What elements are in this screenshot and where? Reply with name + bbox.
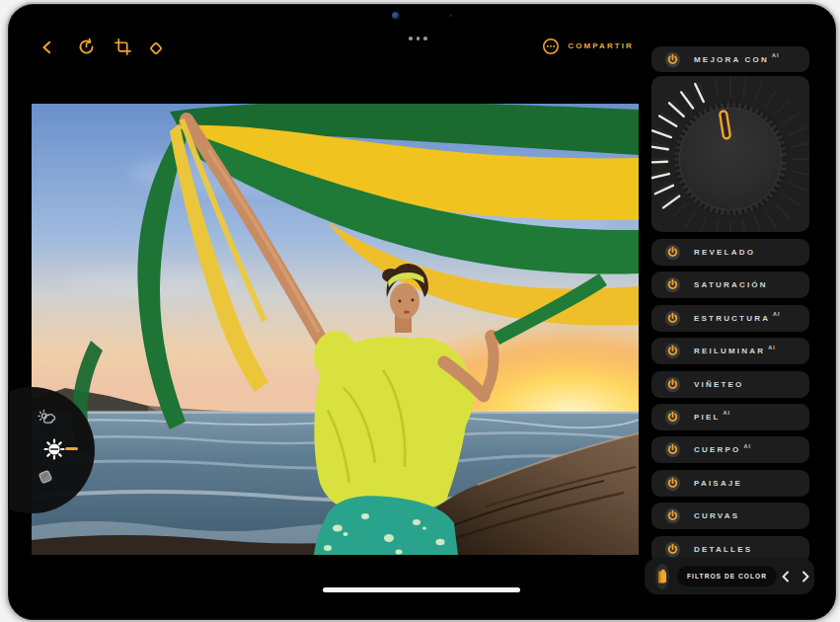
page-background: COMPARTIR [0,0,840,622]
crop-icon [115,39,131,55]
power-icon [664,441,681,458]
photo-illustration [32,104,639,555]
sidebar-button-cuerpo[interactable]: CUERPOAI [651,436,809,463]
eraser-icon [147,39,165,57]
color-filters-bar: FILTROS DE COLOR [645,558,814,594]
next-filter-button[interactable] [798,567,813,586]
chevron-right-icon [802,571,810,583]
undo-history-icon [77,38,96,56]
power-icon [664,51,681,68]
sidebar-button-label: REILUMINAR [694,347,765,355]
power-icon [664,244,681,261]
color-film-roll-icon [655,569,669,584]
color-filters-pill[interactable]: FILTROS DE COLOR [677,566,777,586]
sidebar-button-label: MEJORA CON [694,55,769,64]
multitask-indicator[interactable] [409,37,427,40]
power-icon [664,541,681,558]
camera-sensor-dot [449,14,452,17]
photo-canvas[interactable] [32,104,639,555]
color-filters-label: FILTROS DE COLOR [687,573,767,580]
brightness-sun-icon [42,437,66,461]
sidebar-button-label: REVELADO [694,248,755,257]
sidebar-adjustments-list: REVELADOSATURACIÓNESTRUCTURAAIREILUMINAR… [651,239,809,569]
ai-badge: AI [768,345,776,350]
chevron-back-icon [39,39,55,55]
sidebar-button-label: PIEL [694,413,721,422]
power-icon [664,507,681,524]
sidebar-button-vineteo[interactable]: VIÑETEO [651,371,809,398]
ai-badge: AI [773,311,781,317]
sidebar-button-mejora-con-ai[interactable]: MEJORA CON AI [651,46,809,72]
sun-cloud-icon [38,409,59,430]
sidebar-button-label: CUERPO [694,445,740,454]
sidebar-button-estructura[interactable]: ESTRUCTURAAI [651,305,809,332]
sidebar-button-label: VIÑETEO [694,380,744,389]
sidebar-button-reiluminar[interactable]: REILUMINARAI [651,338,809,364]
sidebar-button-label: DETALLES [694,545,752,554]
power-icon [664,343,681,359]
ai-badge: AI [743,443,751,449]
power-icon [664,276,681,293]
erase-button[interactable] [147,39,165,57]
share-button[interactable]: COMPARTIR [535,41,634,50]
power-icon [664,310,681,327]
sidebar-button-curvas[interactable]: CURVAS [651,503,809,529]
ai-badge: AI [772,52,780,58]
ai-badge: AI [724,410,731,416]
color-filters-toggle[interactable] [655,564,669,589]
ipad-device: COMPARTIR [6,2,838,622]
power-icon [664,376,681,393]
crop-button[interactable] [115,39,131,55]
undo-button[interactable] [77,38,96,56]
sidebar-button-label: PAISAJE [694,479,742,488]
sidebar-button-piel[interactable]: PIELAI [651,404,809,430]
enhance-dial-panel[interactable] [651,76,809,232]
previous-filter-button[interactable] [777,567,793,586]
brightness-tool-button[interactable] [42,437,66,465]
filter-nav [777,567,813,586]
sidebar-button-label: CURVAS [694,511,739,520]
filters-tool-button[interactable] [35,466,56,492]
back-button[interactable] [39,39,55,55]
enhance-dial[interactable] [651,76,809,232]
sidebar-button-saturacion[interactable]: SATURACIÓN [651,272,809,298]
filter-square-icon [35,466,56,488]
sidebar-button-label: SATURACIÓN [694,280,768,289]
front-camera [392,12,400,20]
power-icon [664,409,681,426]
sidebar-button-paisaje[interactable]: PAISAJE [651,470,809,497]
sidebar-button-label: ESTRUCTURA [694,314,770,323]
home-indicator[interactable] [323,587,520,592]
sidebar-button-revelado[interactable]: REVELADO [651,239,809,266]
chevron-left-icon [781,571,790,583]
auto-adjust-button[interactable] [38,409,59,434]
power-icon [664,475,681,492]
brightness-level-tick [65,447,78,450]
